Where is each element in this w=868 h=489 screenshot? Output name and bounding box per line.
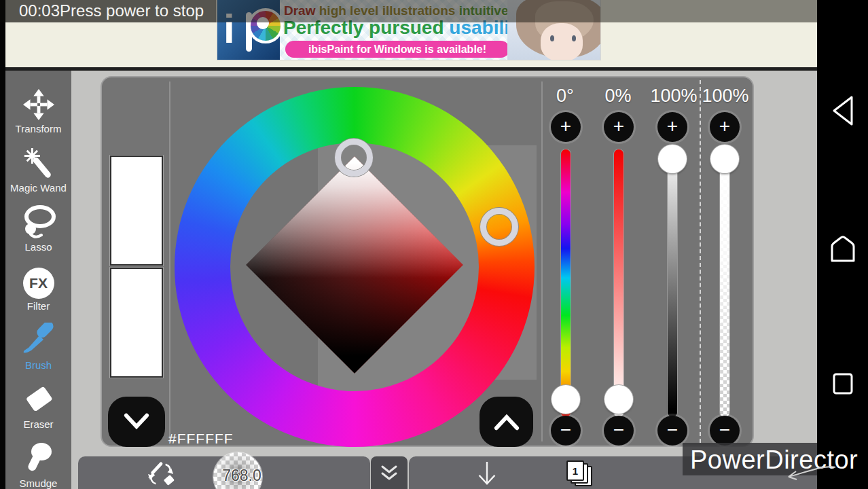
fx-filter-icon: FX: [23, 268, 54, 299]
transform-move-icon: [22, 88, 56, 122]
layers-button[interactable]: 1: [565, 460, 596, 488]
download-arrow-icon[interactable]: [475, 460, 499, 488]
plus-icon: +: [719, 115, 730, 137]
chevron-down-icon: [122, 412, 151, 431]
sidebar-item-eraser[interactable]: Eraser: [5, 372, 71, 430]
sidebar-item-label: Smudge: [20, 477, 58, 489]
minus-icon: −: [719, 419, 730, 440]
opacity-slider-track[interactable]: [720, 149, 729, 417]
brush-size-value: 768.0: [202, 467, 281, 485]
collapse-picker-button[interactable]: [108, 397, 165, 447]
brush-eraser-swap-icon[interactable]: [145, 461, 177, 487]
nav-recents-button[interactable]: [817, 371, 868, 397]
opacity-value-label: 100%: [691, 86, 759, 107]
sidebar-item-transform[interactable]: Transform: [5, 76, 71, 134]
brightness-plus-button[interactable]: +: [657, 112, 687, 142]
record-timer: 00:03: [19, 1, 60, 20]
home-icon: [827, 232, 859, 264]
smudge-finger-icon: [21, 441, 56, 476]
sidebar-item-filter[interactable]: FX Filter: [5, 253, 71, 312]
opacity-plus-button[interactable]: +: [710, 112, 740, 142]
brightness-slider-track[interactable]: [668, 149, 677, 417]
record-message: Press power to stop: [60, 1, 204, 20]
nav-back-button[interactable]: [817, 94, 868, 128]
ad-cta-pill[interactable]: ibisPaint for Windows is available!: [285, 41, 509, 58]
plus-icon: +: [613, 115, 624, 137]
double-chevron-down-icon: [379, 463, 399, 483]
minus-icon: −: [613, 419, 624, 440]
watermark-arrow-sketch: [778, 463, 839, 486]
sidebar-item-label: Lasso: [24, 241, 52, 253]
sidebar-item-label: Magic Wand: [10, 182, 67, 194]
left-edge-strip: [0, 0, 5, 489]
expand-picker-button[interactable]: [480, 397, 533, 447]
brush-icon: [21, 323, 56, 358]
hex-color-value: #FFFFFF: [168, 431, 234, 447]
screen-record-text: 00:03Press power to stop: [19, 1, 204, 20]
sidebar-item-smudge[interactable]: Smudge: [5, 431, 71, 489]
plus-icon: +: [667, 115, 678, 137]
saturation-slider-thumb[interactable]: [604, 385, 633, 414]
sidebar-item-label: Transform: [16, 123, 62, 134]
eraser-icon: [21, 382, 56, 417]
color-picker-panel: #FFFFFF 0° + − 0% + − 100% + − 100% + −: [101, 76, 754, 447]
saturation-plus-button[interactable]: +: [604, 112, 634, 142]
sidebar-item-lasso[interactable]: Lasso: [5, 194, 71, 253]
nav-home-button[interactable]: [817, 232, 868, 264]
sidebar-item-magic-wand[interactable]: Magic Wand: [5, 135, 71, 194]
sv-selector-ring[interactable]: [335, 139, 373, 177]
hue-plus-button[interactable]: +: [551, 112, 581, 142]
brightness-minus-button[interactable]: −: [657, 416, 687, 446]
magic-wand-icon: [22, 147, 56, 181]
sidebar-item-label: Eraser: [23, 418, 53, 430]
sidebar-item-label: Filter: [27, 300, 50, 312]
saturation-slider-track[interactable]: [614, 149, 623, 417]
color-swatch-current[interactable]: [110, 156, 163, 266]
minus-icon: −: [667, 419, 678, 440]
layer-count: 1: [573, 465, 578, 477]
sidebar-item-label: Brush: [25, 359, 52, 371]
minus-icon: −: [560, 419, 571, 440]
panel-divider: [169, 82, 170, 441]
panel-divider: [541, 82, 543, 441]
sidebar-item-brush[interactable]: Brush: [5, 312, 71, 371]
opacity-slider-thumb[interactable]: [710, 145, 739, 173]
chevron-up-icon: [492, 412, 522, 431]
layer-page-front: 1: [566, 460, 584, 481]
hue-minus-button[interactable]: −: [551, 416, 581, 446]
screen: i Draw high level illustrations intuitiv…: [0, 0, 868, 489]
hue-slider-track[interactable]: [561, 149, 571, 417]
recents-square-icon: [831, 371, 854, 397]
collapse-toolbar-button[interactable]: [371, 456, 408, 489]
lasso-icon: [21, 204, 56, 240]
hue-selector-ring[interactable]: [480, 208, 518, 246]
opacity-section-divider: [700, 80, 701, 443]
brightness-slider-thumb[interactable]: [658, 145, 687, 173]
plus-icon: +: [560, 115, 571, 137]
back-triangle-icon: [829, 94, 857, 128]
saturation-minus-button[interactable]: −: [604, 416, 634, 446]
hue-slider-thumb[interactable]: [551, 385, 580, 414]
toolbar-sidebar: Transform Magic Wand Lasso FX Filter: [5, 71, 71, 489]
color-swatch-previous[interactable]: [110, 268, 163, 378]
opacity-minus-button[interactable]: −: [710, 416, 740, 446]
